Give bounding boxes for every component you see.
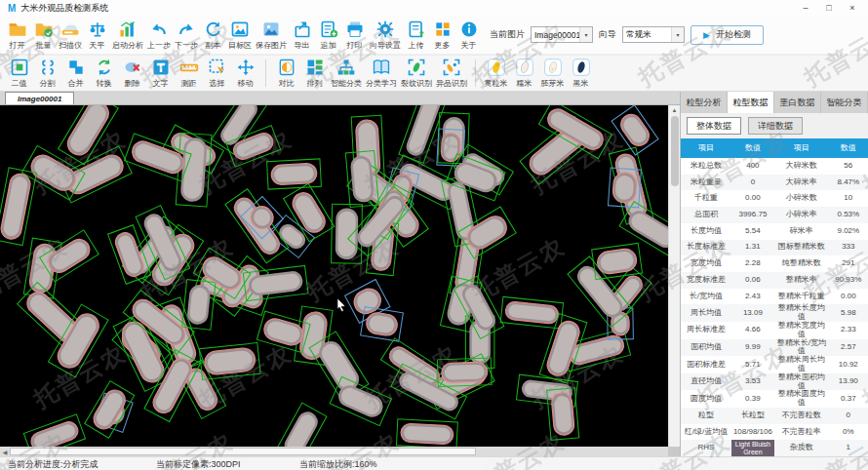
arrange-label: 排列: [307, 78, 323, 89]
table-item: 粒型: [681, 408, 731, 424]
scanner-label: 扫描仪: [59, 40, 82, 51]
table-item: 国标整精米数: [774, 240, 829, 256]
rice-canvas[interactable]: [0, 105, 668, 447]
toolbar-button-export[interactable]: 导出: [289, 19, 315, 52]
toolbar-button-text[interactable]: 文字: [146, 57, 175, 90]
table-header-cell: 数值: [829, 138, 868, 158]
toolbar-button-scanner[interactable]: 扫描仪: [57, 19, 84, 52]
toolbar-button-split[interactable]: 分割: [33, 57, 61, 90]
maximize-button[interactable]: □: [817, 1, 841, 15]
table-value: 5.98: [829, 304, 868, 322]
toolbar-button-wizard-settings[interactable]: 向导设置: [368, 19, 403, 52]
toolbar-button-balance[interactable]: 天平: [84, 19, 110, 52]
table-body: 米粒总数400大碎米数56米粒重量0大碎米率8.47%千粒重0.00小碎米数10…: [681, 158, 868, 456]
toolbar-button-classify-learning[interactable]: 分类学习: [364, 57, 399, 90]
table-item: 整精米宽度均值: [774, 322, 829, 339]
glutinous-rice-label: 糯米: [517, 78, 533, 89]
toolbar-button-delete[interactable]: 删除: [118, 57, 146, 90]
target-area-icon: [230, 20, 250, 39]
toolbar-button-print[interactable]: 打印: [341, 19, 368, 52]
table-item: 整精米长度均值: [774, 304, 829, 322]
next-step-label: 下一步: [175, 40, 198, 51]
toolbar-button-glutinous-rice[interactable]: 糯米: [510, 57, 538, 90]
toolbar-button-smart-classify[interactable]: 智能分类: [329, 57, 364, 90]
scroll-up-icon[interactable]: ▲: [672, 105, 678, 115]
toolbar-button-duplicate[interactable]: 副本: [200, 19, 226, 52]
toolbar-button-convert[interactable]: 转换: [90, 57, 118, 90]
toolbar-button-compare[interactable]: 对比: [272, 57, 300, 90]
toolbar-button-save-image[interactable]: 保存图片: [254, 19, 289, 52]
chevron-down-icon: ▾: [671, 27, 684, 42]
open-icon: [8, 20, 27, 39]
table-value: 13.90: [829, 373, 868, 391]
minimize-button[interactable]: –: [794, 1, 817, 15]
tab-smart-classify[interactable]: 智能分类: [821, 92, 868, 113]
table-item: 宽度标准差: [681, 272, 731, 289]
wizard-label: 向导: [599, 28, 616, 41]
classify-learning-icon: [372, 58, 391, 77]
toolbar-button-merge[interactable]: 合并: [61, 57, 90, 90]
toolbar-button-crack-recognition[interactable]: 裂纹识别: [399, 57, 434, 90]
detailed-data-button[interactable]: 详细数据: [748, 117, 803, 135]
table-item: 纯整精米数: [774, 255, 829, 272]
table-item: 不完善粒数: [774, 408, 829, 424]
wizard-select[interactable]: 常规米 ▾: [622, 26, 685, 43]
tab-grain-data[interactable]: 粒型数据: [728, 92, 774, 113]
toolbar-button-start-analysis[interactable]: 启动分析: [110, 19, 145, 52]
table-item: 周长标准差: [681, 322, 731, 339]
toolbar-button-germ-rice[interactable]: 胚芽米: [538, 57, 567, 90]
append-icon: [319, 20, 338, 39]
table-item: 长/宽均值: [681, 289, 731, 305]
toolbar-button-arrange[interactable]: 排列: [300, 57, 329, 90]
duplicate-label: 副本: [206, 40, 221, 51]
toolbar-button-more[interactable]: 更多: [429, 19, 455, 52]
toolbar-button-previous-step[interactable]: 上一步: [145, 19, 173, 52]
table-value: 0.39: [731, 390, 774, 408]
toolbar-button-foreign-recognition[interactable]: 异品识别: [434, 57, 469, 90]
toolbar-button-binary[interactable]: 二值: [5, 57, 33, 90]
toolbar-button-batch[interactable]: 批量: [30, 19, 57, 52]
toolbar-button-about[interactable]: 关于: [455, 19, 482, 52]
wizard-settings-icon: [375, 20, 395, 39]
table-row: 粒型长粒型不完善粒数0: [681, 408, 868, 424]
current-image-select[interactable]: Image00001 ▾: [531, 26, 593, 43]
table-item: 周长均值: [681, 304, 731, 322]
overall-data-button[interactable]: 整体数据: [687, 117, 741, 135]
toolbar-button-next-step[interactable]: 下一步: [173, 19, 200, 52]
move-label: 移动: [238, 78, 254, 89]
horizontal-scrollbar[interactable]: ◀: [0, 447, 668, 456]
table-item: 整精米千粒重: [774, 289, 829, 305]
toolbar-button-measure-distance[interactable]: 测距: [175, 57, 203, 90]
measure-distance-label: 测距: [181, 78, 197, 89]
toolbar-button-target-area[interactable]: 目标区: [226, 19, 254, 52]
image-tab[interactable]: Image00001: [5, 92, 74, 104]
germ-rice-label: 胚芽米: [541, 78, 565, 89]
toolbar-button-open[interactable]: 打开: [4, 19, 30, 52]
toolbar-button-move[interactable]: 移动: [231, 57, 259, 90]
toolbar-button-black-rice[interactable]: 黑米: [567, 57, 595, 90]
toolbar-button-select[interactable]: 选择: [203, 57, 231, 90]
start-detection-button[interactable]: ▶ 开始检测: [690, 25, 764, 45]
scroll-left-icon[interactable]: ◀: [0, 449, 10, 455]
crack-recognition-icon: [407, 58, 426, 77]
tab-chalky-data[interactable]: 垩白数据: [774, 92, 821, 113]
smart-classify-icon: [336, 58, 356, 77]
app-logo-icon: M: [8, 3, 16, 14]
vertical-scroll-thumb[interactable]: [671, 116, 679, 186]
table-item: 总面积: [681, 207, 731, 223]
status-bar: 当前分析进度:分析完成 当前标定像素:300DPI 当前缩放比例:160%: [0, 456, 868, 470]
horizontal-scroll-thumb[interactable]: [10, 448, 476, 455]
start-analysis-label: 启动分析: [112, 40, 143, 51]
table-value: Light Bluish Green: [731, 440, 774, 456]
toolbar-button-yellow-rice[interactable]: 黄粒米: [482, 57, 510, 90]
upload-label: 上传: [409, 40, 424, 51]
table-item: 不完善粒率: [774, 424, 829, 441]
select-label: 选择: [210, 78, 225, 89]
toolbar-button-append[interactable]: 追加: [315, 19, 341, 52]
close-button[interactable]: ×: [841, 1, 864, 15]
vertical-scrollbar[interactable]: ▲: [668, 105, 680, 447]
tab-grain-analysis[interactable]: 粒型分析: [681, 92, 728, 113]
delete-label: 删除: [125, 78, 140, 89]
toolbar-button-upload[interactable]: 上传: [403, 19, 429, 52]
split-label: 分割: [40, 78, 56, 89]
